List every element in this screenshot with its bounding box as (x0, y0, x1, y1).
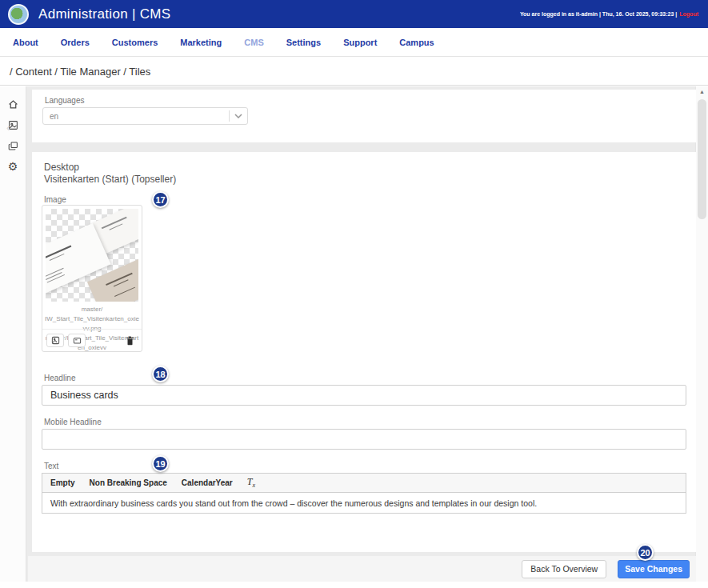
nav-item-campus[interactable]: Campus (396, 36, 437, 49)
annotation-badge-19: 19 (152, 455, 169, 472)
login-info: You are logged in as it-admin | Thu, 16.… (520, 0, 698, 28)
app-header: Administration | CMS You are logged in a… (0, 0, 708, 28)
nav-item-customers[interactable]: Customers (109, 36, 161, 49)
nav-item-orders[interactable]: Orders (58, 36, 93, 49)
tile-editor-card: Desktop Visitenkarten (Start) (Topseller… (32, 152, 696, 552)
text-label: Text (44, 462, 58, 470)
annotation-badge-18: 18 (152, 366, 169, 382)
sidebar-rail: ⚙ (0, 86, 26, 582)
breadcrumb-bar: / Content / Tile Manager / Tiles (0, 58, 708, 86)
login-info-text: You are logged in as it-admin | Thu, 16.… (520, 11, 677, 17)
chevron-down-icon (230, 114, 247, 118)
replace-image-button[interactable] (68, 334, 86, 347)
vertical-scrollbar[interactable]: ▲ (695, 86, 708, 582)
toolbar-calendaryear-button[interactable]: CalendarYear (182, 478, 233, 487)
image-preview[interactable] (46, 209, 138, 302)
languages-label: Languages (45, 96, 85, 105)
delete-image-button[interactable] (122, 334, 138, 348)
text-editor: Empty Non Breaking Space CalendarYear Tx… (42, 473, 686, 514)
language-select-value: en (43, 112, 229, 121)
headline-input[interactable] (42, 385, 686, 406)
language-select[interactable]: en (42, 107, 248, 125)
breadcrumb[interactable]: / Content / Tile Manager / Tiles (10, 66, 150, 78)
save-changes-button[interactable]: Save Changes (618, 560, 690, 578)
section-subtitle: Visitenkarten (Start) (Topseller) (44, 174, 176, 185)
logout-link[interactable]: Logout (679, 11, 698, 17)
scrollbar-thumb[interactable] (698, 99, 706, 219)
section-title: Desktop (44, 162, 79, 173)
nav-item-about[interactable]: About (10, 36, 42, 49)
text-editor-content[interactable]: With extraordinary business cards you st… (42, 492, 686, 514)
nav-item-marketing[interactable]: Marketing (177, 36, 225, 49)
app-title: Administration | CMS (38, 6, 170, 22)
languages-card: Languages en (32, 90, 696, 142)
scrollbar-up-icon[interactable]: ▲ (696, 89, 708, 94)
image-filename-line: master/ (44, 305, 140, 314)
gear-icon[interactable]: ⚙ (6, 160, 19, 173)
mobile-headline-label: Mobile Headline (44, 418, 102, 426)
annotation-badge-17: 17 (152, 191, 169, 208)
clear-formatting-icon[interactable]: Tx (247, 476, 255, 489)
home-icon[interactable] (6, 98, 19, 110)
image-widget: master/ IW_Start_Tile_Visitenkarten_oxie… (42, 205, 142, 352)
mobile-headline-input[interactable] (42, 429, 686, 450)
collapse-rail-icon[interactable]: ‹ (6, 122, 10, 134)
annotation-badge-20: 20 (637, 544, 654, 561)
toolbar-nonbreaking-space-button[interactable]: Non Breaking Space (90, 478, 167, 487)
back-to-overview-button[interactable]: Back To Overview (522, 560, 606, 578)
open-media-button[interactable] (46, 334, 64, 347)
pages-icon[interactable] (6, 139, 19, 152)
image-label: Image (44, 195, 66, 204)
headline-label: Headline (44, 374, 75, 382)
footer-bar: Back To Overview Save Changes (28, 556, 696, 582)
image-actions (42, 329, 142, 351)
text-editor-toolbar: Empty Non Breaking Space CalendarYear Tx (42, 473, 686, 492)
toolbar-empty-button[interactable]: Empty (50, 478, 75, 487)
nav-item-cms[interactable]: CMS (241, 36, 266, 49)
nav-item-support[interactable]: Support (340, 36, 380, 49)
main-nav: About Orders Customers Marketing CMS Set… (0, 28, 708, 57)
app-logo-icon (8, 4, 29, 25)
nav-item-settings[interactable]: Settings (283, 36, 324, 49)
